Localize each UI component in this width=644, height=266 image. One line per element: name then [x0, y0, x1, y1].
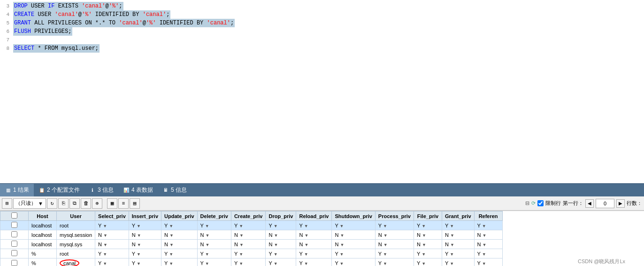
tab-item[interactable]: ▦1 结果	[0, 184, 34, 196]
result-tabs: ▦1 结果📋2 个配置文件ℹ3 信息📊4 表数据🖩5 信息	[0, 183, 644, 196]
column-header[interactable]: Update_priv	[161, 211, 198, 221]
tab-item[interactable]: 🖩5 信息	[158, 184, 192, 196]
column-header[interactable]: Referen	[474, 211, 502, 221]
priv-cell: Y ▼	[414, 258, 442, 266]
tab-item[interactable]: ℹ3 信息	[84, 184, 118, 196]
priv-cell: Y ▼	[375, 258, 414, 266]
line-number: 8	[0, 44, 9, 53]
priv-cell: N ▼	[442, 240, 474, 249]
tab-label: 2 个配置文件	[47, 186, 80, 194]
priv-cell: Y ▼	[161, 221, 198, 230]
line-number: 3	[0, 2, 9, 10]
table-view-btn[interactable]: ▦	[107, 198, 117, 209]
row-checkbox[interactable]	[11, 222, 17, 228]
row-offset-input[interactable]	[596, 199, 614, 208]
code-text: SELECT * FROM mysql.user;	[13, 44, 100, 53]
priv-cell: N ▼	[266, 230, 296, 240]
table-row[interactable]: localhostmysql.sessionN ▼N ▼N ▼N ▼N ▼N ▼…	[0, 230, 503, 240]
priv-cell: Y ▼	[332, 221, 375, 230]
priv-cell: N ▼	[95, 240, 129, 249]
tab-icon: ℹ	[89, 187, 96, 194]
row-checkbox-cell	[0, 258, 29, 266]
priv-cell: Y ▼	[414, 249, 442, 258]
code-line: 6FLUSH PRIVILEGES;	[0, 27, 644, 36]
copy-btn[interactable]: ⎘	[58, 198, 69, 209]
row-checkbox-cell	[0, 240, 29, 249]
sql-editor[interactable]: 3DROP USER IF EXISTS 'canal'@'%';4CREATE…	[0, 0, 644, 183]
priv-cell: N ▼	[332, 230, 375, 240]
host-cell: localhost	[29, 221, 57, 230]
column-header[interactable]: Delete_priv	[197, 211, 231, 221]
limit-checkbox[interactable]	[537, 200, 544, 206]
column-header[interactable]: File_priv	[414, 211, 442, 221]
table-row[interactable]: %canalY ▼Y ▼Y ▼Y ▼Y ▼Y ▼Y ▼Y ▼Y ▼Y ▼Y ▼Y…	[0, 258, 503, 266]
priv-cell: Y ▼	[474, 249, 502, 258]
next-page-btn[interactable]: ▶	[616, 199, 625, 208]
priv-cell: N ▼	[296, 240, 332, 249]
priv-cell: Y ▼	[266, 249, 296, 258]
row-checkbox[interactable]	[11, 241, 17, 247]
line-number: 4	[0, 10, 9, 19]
tab-item[interactable]: 📋2 个配置文件	[34, 184, 84, 196]
priv-cell: Y ▼	[161, 258, 198, 266]
readonly-dropdown[interactable]: （只读） ▼	[13, 198, 46, 209]
tab-icon: ▦	[5, 187, 11, 194]
priv-cell: Y ▼	[266, 221, 296, 230]
host-cell: %	[29, 258, 57, 266]
priv-cell: Y ▼	[332, 249, 375, 258]
refresh-btn[interactable]: ↻	[47, 198, 57, 209]
priv-cell: N ▼	[161, 240, 198, 249]
refresh-icon: ⟳	[531, 200, 536, 206]
priv-cell: Y ▼	[129, 249, 161, 258]
column-header[interactable]	[0, 211, 29, 221]
code-text: DROP USER IF EXISTS 'canal'@'%';	[13, 2, 123, 10]
column-header[interactable]: Host	[29, 211, 57, 221]
delete-btn[interactable]: 🗑	[81, 198, 91, 209]
prev-page-btn[interactable]: ◀	[585, 199, 594, 208]
table-row[interactable]: %rootY ▼Y ▼Y ▼Y ▼Y ▼Y ▼Y ▼Y ▼Y ▼Y ▼Y ▼Y …	[0, 249, 503, 258]
column-header[interactable]: Insert_priv	[129, 211, 161, 221]
code-line: 5GRANT ALL PRIVILEGES ON *.* TO 'canal'@…	[0, 19, 644, 27]
column-header[interactable]: Drop_priv	[266, 211, 296, 221]
row-checkbox-cell	[0, 230, 29, 240]
tab-icon: 📋	[38, 187, 45, 194]
tab-label: 3 信息	[98, 186, 114, 194]
code-line: 8SELECT * FROM mysql.user;	[0, 44, 644, 53]
priv-cell: N ▼	[161, 230, 198, 240]
user-cell: root	[57, 249, 95, 258]
copy2-btn[interactable]: ⧉	[69, 198, 80, 209]
host-cell: %	[29, 249, 57, 258]
text-view-btn[interactable]: ≡	[118, 198, 129, 209]
form-view-btn[interactable]: ▤	[130, 198, 140, 209]
priv-cell: N ▼	[442, 230, 474, 240]
row-checkbox[interactable]	[11, 231, 17, 237]
tab-item[interactable]: 📊4 表数据	[118, 184, 158, 196]
copy3-btn[interactable]: ⊕	[92, 198, 102, 209]
tab-icon: 🖩	[162, 187, 169, 194]
column-header[interactable]: Process_priv	[375, 211, 414, 221]
row-checkbox[interactable]	[11, 260, 17, 266]
priv-cell: Y ▼	[442, 258, 474, 266]
row-checkbox-cell	[0, 221, 29, 230]
grid-view-btn[interactable]: ⊞	[2, 198, 12, 209]
column-header[interactable]: User	[57, 211, 95, 221]
select-all-checkbox[interactable]	[11, 212, 17, 219]
priv-cell: Y ▼	[442, 249, 474, 258]
data-table-container: HostUserSelect_privInsert_privUpdate_pri…	[0, 211, 644, 266]
column-header[interactable]: Reload_priv	[296, 211, 332, 221]
table-row[interactable]: localhostmysql.sysN ▼N ▼N ▼N ▼N ▼N ▼N ▼N…	[0, 240, 503, 249]
line-number: 7	[0, 36, 9, 44]
table-row[interactable]: localhostrootY ▼Y ▼Y ▼Y ▼Y ▼Y ▼Y ▼Y ▼Y ▼…	[0, 221, 503, 230]
column-header[interactable]: Select_priv	[95, 211, 129, 221]
priv-cell: Y ▼	[231, 221, 266, 230]
row-checkbox-cell	[0, 249, 29, 258]
priv-cell: N ▼	[474, 240, 502, 249]
column-header[interactable]: Grant_priv	[442, 211, 474, 221]
priv-cell: Y ▼	[95, 249, 129, 258]
filter-icon: ⊟	[525, 200, 529, 206]
column-header[interactable]: Shutdown_priv	[332, 211, 375, 221]
priv-cell: Y ▼	[442, 221, 474, 230]
column-header[interactable]: Create_priv	[231, 211, 266, 221]
row-checkbox[interactable]	[11, 250, 17, 256]
priv-cell: Y ▼	[296, 221, 332, 230]
